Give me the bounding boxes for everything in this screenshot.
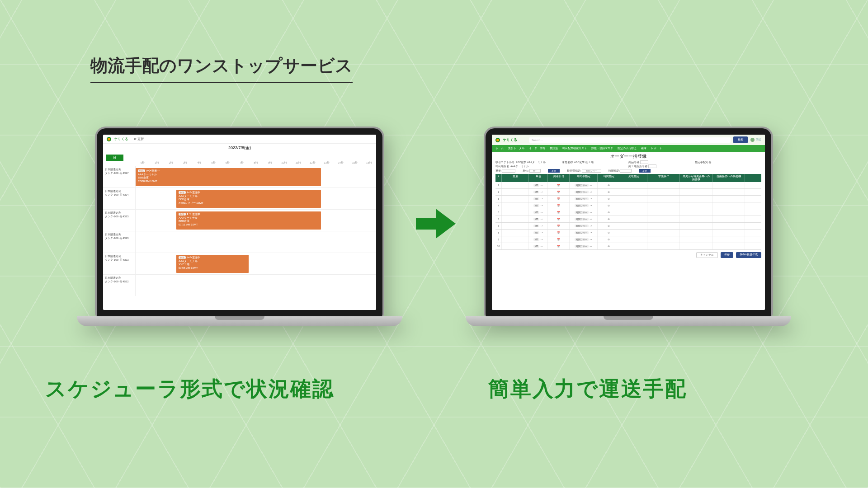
remark2-cell[interactable] — [712, 236, 745, 243]
timeband-cell[interactable]: 時間フリー▲▼ — [570, 216, 598, 222]
receipt-cell[interactable] — [620, 230, 647, 236]
remark1-cell[interactable] — [680, 230, 712, 236]
remark1-cell[interactable] — [680, 182, 712, 188]
timeband-cell[interactable]: 時間フリー▲▼ — [570, 189, 598, 195]
weight-cell[interactable] — [502, 223, 529, 229]
remark1-cell[interactable] — [680, 216, 712, 222]
update-button[interactable]: ✿ 更新 — [134, 137, 144, 141]
nav-item[interactable]: 集計トータル — [508, 146, 524, 150]
dest-op-cell[interactable] — [647, 230, 680, 236]
timeband-cell[interactable]: 時間フリー▲▼ — [570, 243, 598, 249]
timeband-cell[interactable]: 時間フリー▲▼ — [570, 182, 598, 188]
nav-item[interactable]: ホーム — [495, 146, 504, 150]
timeband-cell[interactable]: 時間フリー▲▼ — [570, 196, 598, 202]
unit-cell[interactable]: MT▲▼ — [529, 230, 548, 236]
dest-op-cell[interactable] — [647, 196, 680, 202]
remark2-cell[interactable] — [712, 230, 745, 236]
date-cell[interactable]: 📅 — [548, 202, 570, 209]
scheduler-view-tab-day[interactable]: 日 — [106, 155, 123, 161]
date-cell[interactable]: 📅 — [548, 189, 570, 195]
timespec-cell[interactable]: ⊕ — [598, 196, 620, 202]
dest-op-cell[interactable] — [647, 216, 680, 222]
date-cell[interactable]: 📅 — [548, 243, 570, 249]
timeband-cell[interactable]: 時間フリー▲▼ — [570, 230, 598, 236]
weight-cell[interactable] — [502, 243, 529, 249]
receipt-cell[interactable] — [620, 216, 647, 222]
date-cell[interactable]: 📅 — [548, 196, 570, 202]
remark2-cell[interactable] — [712, 223, 745, 229]
nav-item[interactable]: 課題・登録マスタ — [591, 146, 613, 150]
unit-cell[interactable]: MT▲▼ — [529, 243, 548, 249]
remark2-cell[interactable] — [712, 243, 745, 249]
dest-op-cell[interactable] — [647, 236, 680, 243]
weight-cell[interactable] — [502, 202, 529, 209]
remark2-cell[interactable] — [712, 182, 745, 188]
meta-weight-input[interactable] — [502, 169, 515, 173]
scheduler-event-bar[interactable]: 到込ﾛｰﾘｰ運搬中AAAターミナルBBB倉庫XY001 フリー 10MT — [176, 190, 321, 208]
date-cell[interactable]: 📅 — [548, 230, 570, 236]
receipt-cell[interactable] — [620, 182, 647, 188]
meta-apply-button-1[interactable]: 反映 — [548, 169, 560, 173]
receipt-cell[interactable] — [620, 196, 647, 202]
remark1-cell[interactable] — [680, 223, 712, 229]
scheduler-event-bar[interactable]: 到込ﾛｰﾘｰ運搬中AAAターミナルBBB倉庫07/11 AM 10MT — [176, 211, 321, 230]
receipt-cell[interactable] — [620, 236, 647, 243]
timeband-cell[interactable]: 時間フリー▲▼ — [570, 202, 598, 209]
unit-cell[interactable]: MT▲▼ — [529, 216, 548, 222]
date-cell[interactable]: 📅 — [548, 182, 570, 188]
dest-op-cell[interactable] — [647, 202, 680, 209]
timeband-cell[interactable]: 時間フリー▲▼ — [570, 236, 598, 243]
nav-item[interactable]: 集計法 — [550, 146, 558, 150]
timespec-cell[interactable]: ⊕ — [598, 243, 620, 249]
remark2-cell[interactable] — [712, 189, 745, 195]
timespec-cell[interactable]: ⊕ — [598, 209, 620, 216]
receipt-cell[interactable] — [620, 243, 647, 249]
remark1-cell[interactable] — [680, 243, 712, 249]
nav-item[interactable]: 在庫 — [641, 146, 646, 150]
dest-op-cell[interactable] — [647, 243, 680, 249]
timespec-cell[interactable]: ⊕ — [598, 182, 620, 188]
unit-cell[interactable]: MT▲▼ — [529, 182, 548, 188]
weight-cell[interactable] — [502, 230, 529, 236]
remark2-cell[interactable] — [712, 216, 745, 222]
remark2-cell[interactable] — [712, 209, 745, 216]
timeband-cell[interactable]: 時間フリー▲▼ — [570, 223, 598, 229]
meta-apply-button-2[interactable]: 反映 — [639, 169, 651, 173]
unit-cell[interactable]: MT▲▼ — [529, 236, 548, 243]
nav-item[interactable]: 指定の入れ替え — [618, 146, 637, 150]
date-cell[interactable]: 📅 — [548, 216, 570, 222]
weight-cell[interactable] — [502, 196, 529, 202]
remark1-cell[interactable] — [680, 189, 712, 195]
date-cell[interactable]: 📅 — [548, 209, 570, 216]
remark2-cell[interactable] — [712, 202, 745, 209]
meta-timespec-input[interactable] — [620, 169, 632, 173]
timeband-cell[interactable]: 時間フリー▲▼ — [570, 209, 598, 216]
nav-item[interactable]: レポート — [651, 146, 662, 150]
timespec-cell[interactable]: ⊕ — [598, 189, 620, 195]
meta-unit-select[interactable]: MT — [529, 169, 541, 173]
meta-product-input[interactable] — [640, 160, 648, 164]
remark1-cell[interactable] — [680, 202, 712, 209]
meta-arrive-input[interactable] — [648, 164, 656, 168]
search-input[interactable]: Search… — [529, 137, 731, 143]
timespec-cell[interactable]: ⊕ — [598, 216, 620, 222]
remark1-cell[interactable] — [680, 196, 712, 202]
dest-op-cell[interactable] — [647, 189, 680, 195]
weight-cell[interactable] — [502, 216, 529, 222]
receipt-cell[interactable] — [620, 223, 647, 229]
search-button[interactable]: 検索 — [733, 136, 748, 143]
unit-cell[interactable]: MT▲▼ — [529, 223, 548, 229]
timespec-cell[interactable]: ⊕ — [598, 202, 620, 209]
scheduler-event-bar[interactable]: 到込ﾛｰﾘｰ運搬中AAAターミナルBBB倉庫07/08 PM 10MT — [136, 168, 321, 186]
nav-item[interactable]: 出荷配件検索リスト — [562, 146, 587, 150]
save-and-new-button[interactable]: 保存&新規作成 — [736, 252, 761, 258]
remark1-cell[interactable] — [680, 236, 712, 243]
weight-cell[interactable] — [502, 189, 529, 195]
unit-cell[interactable]: MT▲▼ — [529, 189, 548, 195]
save-button[interactable]: 保存 — [721, 252, 733, 258]
unit-cell[interactable]: MT▲▼ — [529, 209, 548, 216]
receipt-cell[interactable] — [620, 202, 647, 209]
date-cell[interactable]: 📅 — [548, 223, 570, 229]
timespec-cell[interactable]: ⊕ — [598, 223, 620, 229]
dest-op-cell[interactable] — [647, 223, 680, 229]
